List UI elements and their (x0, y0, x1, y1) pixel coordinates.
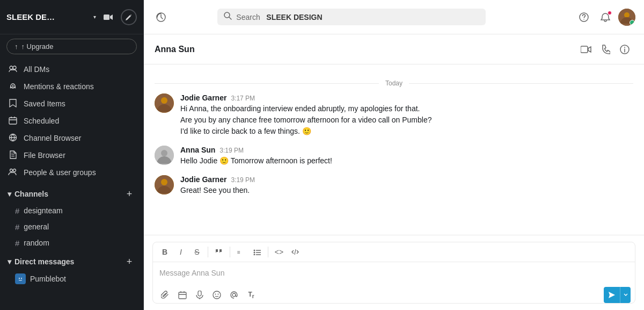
sidebar-item-file-browser[interactable]: File Browser (0, 147, 143, 164)
compose-input-wrapper: B I S ≡ <> M (152, 242, 635, 304)
message-content-2: Anna Sun 3:19 PM Hello Jodie 🙂 Tomorrow … (180, 146, 633, 167)
toolbar-separator-2 (230, 247, 230, 257)
channel-browser-label: Channel Browser (24, 134, 81, 142)
message-author-1: Jodie Garner (180, 93, 226, 102)
sidebar-item-saved[interactable]: Saved Items (0, 95, 143, 112)
attachment-button[interactable] (157, 287, 173, 303)
saved-icon (8, 99, 18, 109)
message-group-3: Jodie Garner 3:19 PM Great! See you then… (155, 175, 633, 196)
channel-name-random: random (24, 239, 49, 247)
sidebar: SLEEK DE… ▾ ↑ ↑ Upgrade All DMs Mentions… (0, 0, 144, 310)
code-block-button[interactable] (288, 244, 303, 259)
svg-point-28 (254, 250, 255, 251)
channels-section-label: ▾ Channels (8, 190, 48, 198)
schedule-button[interactable] (174, 287, 191, 303)
search-bar[interactable]: Search SLEEK DESIGN (217, 9, 486, 25)
channels-chevron-icon: ▾ (8, 190, 11, 198)
svg-point-22 (161, 97, 167, 104)
svg-point-29 (254, 252, 255, 254)
formatting-button[interactable]: Tr (243, 287, 259, 303)
upgrade-button[interactable]: ↑ ↑ Upgrade (6, 39, 137, 54)
phone-call-button[interactable] (597, 41, 614, 58)
message-text-2a: Hello Jodie 🙂 Tomorrow afternoon is perf… (180, 155, 633, 167)
user-avatar[interactable] (618, 9, 635, 26)
upgrade-icon: ↑ (14, 42, 18, 51)
compose-bottom-left: Tr (157, 287, 259, 303)
add-dm-button[interactable]: + (123, 255, 136, 268)
svg-point-9 (17, 276, 24, 282)
compose-input[interactable]: Message Anna Sun (153, 264, 635, 284)
message-group-1: Jodie Garner 3:17 PM Hi Anna, the onboar… (155, 93, 633, 137)
dm-item-pumblebot[interactable]: Pumblebot (0, 270, 143, 287)
sidebar-item-all-dms[interactable]: All DMs (0, 61, 143, 78)
topbar: Search SLEEK DESIGN (144, 0, 644, 34)
file-browser-label: File Browser (24, 151, 65, 160)
history-button[interactable] (152, 9, 170, 26)
compose-placeholder: Message Anna Sun (159, 269, 224, 277)
mentions-icon (8, 82, 18, 92)
svg-rect-18 (581, 46, 588, 53)
svg-point-1 (10, 66, 13, 69)
sidebar-item-mentions[interactable]: Mentions & reactions (0, 78, 143, 95)
jodie-avatar-1 (155, 93, 174, 113)
mention-button[interactable] (226, 287, 242, 303)
blockquote-button[interactable] (211, 244, 226, 259)
channel-hash-icon: # (15, 206, 19, 215)
ordered-list-button[interactable]: ≡ (233, 244, 248, 259)
code-button[interactable]: <> (272, 244, 287, 259)
sidebar-item-people[interactable]: People & user groups (0, 164, 143, 181)
message-time-2: 3:19 PM (219, 147, 244, 154)
help-button[interactable] (575, 9, 592, 26)
svg-point-39 (218, 294, 219, 295)
notification-badge (608, 11, 612, 15)
notifications-button[interactable] (597, 9, 614, 26)
video-call-button[interactable] (100, 9, 116, 25)
svg-rect-35 (179, 292, 186, 299)
video-call-button[interactable] (577, 41, 595, 58)
pumblebot-avatar (15, 273, 26, 284)
people-label: People & user groups (24, 168, 96, 177)
chat-header-actions (577, 41, 633, 58)
compose-button[interactable] (121, 9, 137, 25)
bold-button[interactable]: B (157, 244, 172, 259)
svg-point-26 (161, 179, 167, 185)
chat-contact-name: Anna Sun (155, 45, 195, 54)
channel-name-general: general (24, 222, 49, 231)
channels-section-header[interactable]: ▾ Channels + (0, 183, 143, 203)
svg-point-7 (10, 169, 13, 171)
svg-point-8 (13, 169, 16, 171)
sidebar-item-channel-browser[interactable]: Channel Browser (0, 129, 143, 147)
date-divider: Today (155, 80, 633, 87)
anna-avatar-1 (155, 146, 174, 165)
sidebar-item-scheduled[interactable]: Scheduled (0, 112, 143, 129)
message-time-3: 3:19 PM (231, 176, 255, 184)
channel-item-designteam[interactable]: # designteam (0, 203, 143, 219)
compose-toolbar: B I S ≡ <> (153, 242, 635, 262)
message-text-3a: Great! See you then. (180, 185, 633, 196)
send-button[interactable] (604, 287, 620, 303)
channel-hash-icon: # (15, 239, 19, 248)
strikethrough-button[interactable]: S (189, 244, 204, 259)
sidebar-header: SLEEK DE… ▾ (0, 0, 143, 34)
send-dropdown-button[interactable] (620, 287, 631, 303)
message-text-1c: I'd like to circle back to a few things.… (180, 126, 633, 137)
emoji-button[interactable] (209, 287, 225, 303)
sidebar-nav: All DMs Mentions & reactions Saved Items… (0, 59, 143, 183)
saved-label: Saved Items (24, 99, 65, 108)
channel-item-general[interactable]: # general (0, 219, 143, 235)
unordered-list-button[interactable] (250, 244, 265, 259)
main-content: Search SLEEK DESIGN Anna Sun (144, 0, 644, 310)
divider-line-left (155, 83, 379, 84)
file-browser-icon (8, 150, 18, 161)
channel-item-random[interactable]: # random (0, 235, 143, 251)
search-workspace-label: SLEEK DESIGN (266, 13, 322, 21)
dm-section-header[interactable]: ▾ Direct messages + (0, 251, 143, 270)
message-author-3: Jodie Garner (180, 175, 226, 184)
dm-chevron-icon: ▾ (8, 257, 11, 266)
add-channel-button[interactable]: + (123, 188, 136, 200)
italic-button[interactable]: I (173, 244, 188, 259)
info-button[interactable] (616, 41, 633, 58)
audio-button[interactable] (192, 287, 208, 303)
channels-list: # designteam # general # random (0, 203, 143, 251)
message-header-3: Jodie Garner 3:19 PM (180, 175, 633, 184)
